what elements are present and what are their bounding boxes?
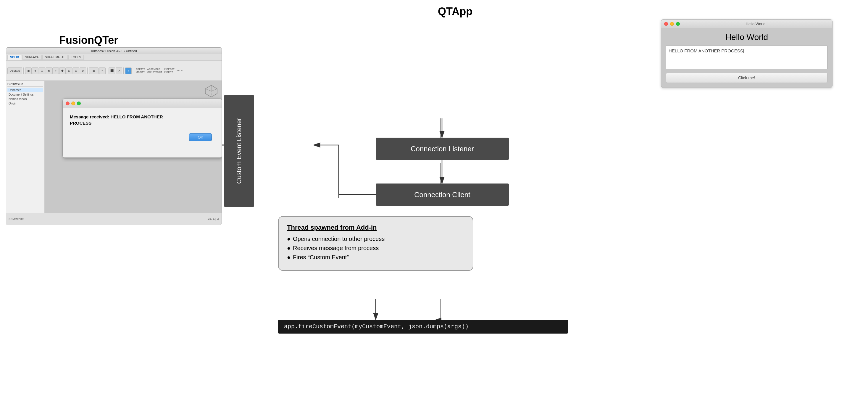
qtapp-body: Hello World HELLO FROM ANOTHER PROCESS| …: [661, 28, 832, 88]
qtapp-label: QTApp: [438, 5, 472, 18]
code-box: app.fireCustomEvent(myCustomEvent, json.…: [278, 320, 568, 333]
fusion-titlebar: Autodesk Fusion 360 • Untitled: [6, 48, 222, 54]
qt-text-input[interactable]: HELLO FROM ANOTHER PROCESS|: [666, 46, 828, 69]
toolbar-btn-10[interactable]: ▦: [89, 67, 98, 74]
toolbar-btn-12[interactable]: ⬛: [108, 67, 115, 74]
toolbar-btn-3[interactable]: ⬡: [39, 67, 45, 74]
fusion-sidebar: BROWSER Unnamed Document Settings Named …: [6, 81, 45, 225]
sidebar-item-origin[interactable]: Origin: [7, 101, 43, 106]
qtapp-titlebar: Hello World: [661, 20, 832, 28]
svg-line-11: [211, 89, 217, 91]
toolbar-btn-11[interactable]: ≡: [99, 67, 105, 74]
dialog-ok-button[interactable]: OK: [189, 133, 212, 141]
qt-click-button[interactable]: Click me!: [666, 73, 828, 83]
fusion-window: Autodesk Fusion 360 • Untitled SOLID SUR…: [6, 47, 222, 225]
thread-item-1-text: Opens connection to other process: [293, 236, 384, 242]
qt-input-value: HELLO FROM ANOTHER PROCESS|: [669, 48, 744, 53]
toolbar-btn-8[interactable]: ⊟: [73, 67, 79, 74]
thread-spawned-box: Thread spawned from Add-in ● Opens conne…: [278, 216, 473, 271]
thread-item-1: ● Opens connection to other process: [287, 236, 464, 242]
toolbar-btn-2[interactable]: ◈: [32, 67, 38, 74]
bullet-1: ●: [287, 236, 290, 242]
tab-surface[interactable]: SURFACE: [23, 55, 42, 60]
sidebar-item-doc-settings[interactable]: Document Settings: [7, 92, 43, 97]
qtapp-window: Hello World Hello World HELLO FROM ANOTH…: [661, 19, 833, 88]
select-label: SELECT: [177, 69, 186, 72]
insert-label: INSERT: [164, 71, 175, 73]
tab-tools[interactable]: TOOLS: [68, 55, 84, 60]
construct-label: CONSTRUCT: [147, 71, 162, 73]
fusion-toolbar: DESIGN ▣ ◈ ⬡ ◉ ⟐ ⬢ ⊞ ⊟ ⊕ ▦ ≡ ⬛ ↗ ↑ CREAT…: [6, 61, 222, 81]
inspect-label: INSPECT: [164, 68, 175, 70]
toolbar-btn-13[interactable]: ↗: [116, 67, 122, 74]
toolbar-btn-9[interactable]: ⊕: [80, 67, 86, 74]
design-dropdown[interactable]: DESIGN: [7, 67, 22, 74]
connection-client-box: Connection Client: [376, 183, 509, 206]
toolbar-btn-4[interactable]: ◉: [45, 67, 52, 74]
qt-title: Hello World: [682, 22, 829, 26]
thread-title: Thread spawned from Add-in: [287, 224, 464, 231]
fusion-statusbar: COMMENTS ◀ ▶ ▶| ◀|: [6, 213, 222, 225]
qt-traffic-light-green[interactable]: [676, 22, 680, 26]
dialog-message: Message received: HELLO FROM ANOTHERPROC…: [70, 114, 215, 126]
connection-listener-box: Connection Listener: [376, 138, 509, 160]
thread-item-3-text: Fires “Custom Event”: [293, 254, 349, 261]
toolbar-btn-1[interactable]: ▣: [25, 67, 32, 74]
toolbar-btn-5[interactable]: ⟐: [52, 67, 59, 74]
fusion-dialog: Message received: HELLO FROM ANOTHERPROC…: [62, 98, 222, 158]
traffic-light-red[interactable]: [66, 101, 69, 106]
sidebar-item-unnamed[interactable]: Unnamed: [7, 88, 43, 92]
fusion-title-text: Autodesk Fusion 360: [91, 49, 121, 53]
comments-label: COMMENTS: [8, 217, 24, 220]
assemble-label: ASSEMBLE: [147, 68, 162, 70]
modify-label: MODIFY: [136, 71, 145, 73]
sidebar-item-named-views[interactable]: Named Views: [7, 97, 43, 101]
create-label: CREATE: [136, 68, 145, 70]
fusion-canvas: Message received: HELLO FROM ANOTHERPROC…: [45, 81, 222, 225]
thread-item-2: ● Receives message from process: [287, 245, 464, 252]
thread-item-2-text: Receives message from process: [293, 245, 379, 252]
qt-traffic-light-red[interactable]: [664, 22, 668, 26]
traffic-light-yellow[interactable]: [71, 101, 75, 106]
3d-cube-icon: [204, 84, 219, 98]
toolbar-btn-7[interactable]: ⊞: [66, 67, 72, 74]
custom-event-listener-box: Custom Event Listener: [224, 95, 254, 207]
svg-line-12: [205, 89, 211, 91]
bullet-3: ●: [287, 254, 290, 261]
dialog-titlebar: [63, 99, 222, 108]
tab-sheet-metal[interactable]: SHEET METAL: [42, 55, 68, 60]
toolbar-btn-14[interactable]: ↑: [125, 67, 132, 74]
fusionqter-label: FusionQTer: [59, 34, 118, 47]
tab-solid[interactable]: SOLID: [7, 55, 22, 60]
bullet-2: ●: [287, 245, 290, 252]
thread-item-3: ● Fires “Custom Event”: [287, 254, 464, 261]
toolbar-btn-6[interactable]: ⬢: [59, 67, 66, 74]
fusion-untitled: • Untitled: [124, 49, 137, 53]
qt-traffic-light-yellow[interactable]: [670, 22, 674, 26]
qt-hello-label: Hello World: [666, 33, 828, 42]
dialog-content: Message received: HELLO FROM ANOTHERPROC…: [63, 108, 222, 139]
status-icons: ◀ ▶ ▶| ◀|: [207, 217, 219, 220]
traffic-light-green[interactable]: [77, 101, 81, 106]
browser-title: BROWSER: [7, 82, 43, 87]
